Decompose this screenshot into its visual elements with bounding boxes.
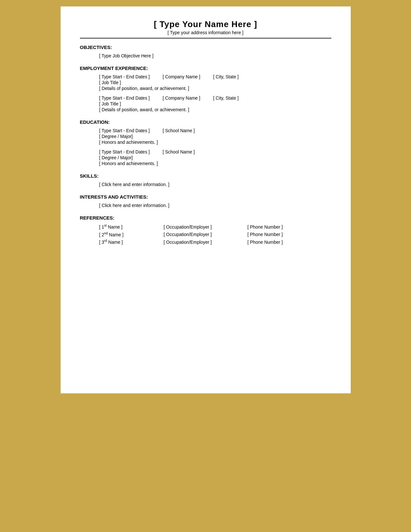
employment-title: EMPLOYMENT EXPERIENCE: — [80, 65, 331, 71]
education-row-1: [ Type Start - End Dates ] [ School Name… — [99, 128, 331, 133]
employment-row-2: [ Type Start - End Dates ] [ Company Nam… — [99, 95, 331, 101]
header: [ Type Your Name Here ] [ Type your addr… — [80, 19, 331, 35]
edu2-degree[interactable]: [ Degree / Major] — [99, 155, 331, 160]
resume-page: [ Type Your Name Here ] [ Type your addr… — [61, 6, 351, 393]
header-divider — [80, 38, 331, 39]
objectives-title: OBJECTIVES: — [80, 44, 331, 50]
ref3-phone[interactable]: [ Phone Number ] — [248, 240, 318, 245]
emp1-city[interactable]: [ City, State ] — [213, 74, 239, 79]
edu1-honors[interactable]: [ Honors and achievements. ] — [99, 140, 331, 145]
interests-placeholder[interactable]: [ Click here and enter information. ] — [99, 203, 331, 208]
emp2-company[interactable]: [ Company Name ] — [162, 95, 200, 101]
employment-row-1: [ Type Start - End Dates ] [ Company Nam… — [99, 74, 331, 79]
employment-section: EMPLOYMENT EXPERIENCE: [ Type Start - En… — [80, 65, 331, 112]
emp1-job-title[interactable]: [ Job Title ] — [99, 80, 331, 85]
ref1-occupation[interactable]: [ Occupation/Employer ] — [164, 224, 248, 230]
ref2-occupation[interactable]: [ Occupation/Employer ] — [164, 232, 248, 237]
education-title: EDUCATION: — [80, 119, 331, 125]
education-entry-2: [ Type Start - End Dates ] [ School Name… — [99, 149, 331, 166]
emp1-details[interactable]: [ Details of position, award, or achieve… — [99, 86, 331, 91]
ref2-phone[interactable]: [ Phone Number ] — [248, 232, 318, 237]
emp2-city[interactable]: [ City, State ] — [213, 95, 239, 101]
emp2-dates[interactable]: [ Type Start - End Dates ] — [99, 95, 150, 101]
edu2-dates[interactable]: [ Type Start - End Dates ] — [99, 149, 150, 154]
skills-section: SKILLS: [ Click here and enter informati… — [80, 173, 331, 187]
emp2-details[interactable]: [ Details of position, award, or achieve… — [99, 107, 331, 112]
references-title: REFERENCES: — [80, 215, 331, 221]
edu1-degree[interactable]: [ Degree / Major] — [99, 134, 331, 139]
objectives-placeholder[interactable]: [ Type Job Objective Here ] — [99, 53, 331, 58]
address-field[interactable]: [ Type your address information here ] — [80, 30, 331, 35]
edu1-school[interactable]: [ School Name ] — [162, 128, 195, 133]
emp2-job-title[interactable]: [ Job Title ] — [99, 101, 331, 106]
emp1-company[interactable]: [ Company Name ] — [162, 74, 200, 79]
objectives-section: OBJECTIVES: [ Type Job Objective Here ] — [80, 44, 331, 58]
name-field[interactable]: [ Type Your Name Here ] — [80, 19, 331, 29]
skills-placeholder[interactable]: [ Click here and enter information. ] — [99, 182, 331, 187]
edu2-honors[interactable]: [ Honors and achievements. ] — [99, 161, 331, 166]
ref1-phone[interactable]: [ Phone Number ] — [248, 224, 318, 230]
reference-row-1: [ 1st Name ] [ Occupation/Employer ] [ P… — [99, 224, 331, 230]
skills-title: SKILLS: — [80, 173, 331, 179]
ref3-name[interactable]: [ 3rd Name ] — [99, 239, 164, 245]
ref1-name[interactable]: [ 1st Name ] — [99, 224, 164, 230]
emp1-dates[interactable]: [ Type Start - End Dates ] — [99, 74, 150, 79]
interests-section: INTERESTS AND ACTIVITIES: [ Click here a… — [80, 194, 331, 208]
reference-row-2: [ 2nd Name ] [ Occupation/Employer ] [ P… — [99, 232, 331, 237]
references-section: REFERENCES: [ 1st Name ] [ Occupation/Em… — [80, 215, 331, 245]
edu2-school[interactable]: [ School Name ] — [162, 149, 195, 154]
employment-entry-1: [ Type Start - End Dates ] [ Company Nam… — [99, 74, 331, 91]
education-row-2: [ Type Start - End Dates ] [ School Name… — [99, 149, 331, 154]
interests-title: INTERESTS AND ACTIVITIES: — [80, 194, 331, 200]
ref3-occupation[interactable]: [ Occupation/Employer ] — [164, 240, 248, 245]
ref2-name[interactable]: [ 2nd Name ] — [99, 232, 164, 237]
reference-row-3: [ 3rd Name ] [ Occupation/Employer ] [ P… — [99, 239, 331, 245]
education-section: EDUCATION: [ Type Start - End Dates ] [ … — [80, 119, 331, 166]
employment-entry-2: [ Type Start - End Dates ] [ Company Nam… — [99, 95, 331, 112]
education-entry-1: [ Type Start - End Dates ] [ School Name… — [99, 128, 331, 145]
edu1-dates[interactable]: [ Type Start - End Dates ] — [99, 128, 150, 133]
